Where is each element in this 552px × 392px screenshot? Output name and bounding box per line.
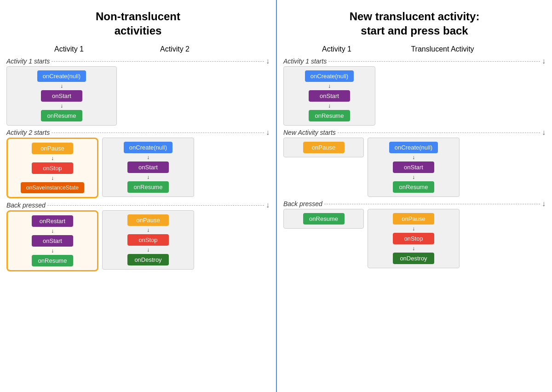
left-col2-header: Activity 2 — [129, 45, 221, 53]
right-onstop-3-2: onStop — [393, 233, 434, 244]
right-oncreate-2-2: onCreate(null) — [389, 142, 438, 153]
left-onstop-2-1: onStop — [32, 162, 73, 174]
left-panel: Non-translucentactivities Activity 1 Act… — [0, 0, 276, 392]
right-box-3-2: onPause ↓ onStop ↓ onDestroy — [368, 209, 460, 268]
right-oncreate-1: onCreate(null) — [305, 70, 354, 82]
right-onresume-1: onResume — [309, 110, 350, 121]
left-title: Non-translucentactivities — [5, 9, 271, 38]
right-onstart-1: onStart — [309, 90, 350, 102]
right-section3-label: Back pressed — [283, 200, 322, 208]
left-oncreate-2-2: onCreate(null) — [124, 142, 172, 153]
right-ondestroy-3-2: onDestroy — [393, 253, 434, 264]
left-col1-header: Activity 1 — [9, 45, 129, 53]
left-onresume-3-1: onResume — [32, 255, 73, 266]
left-onstart-2-2: onStart — [127, 161, 169, 173]
right-col2-header: Translucent Activity — [387, 45, 498, 53]
left-box-1-1: onCreate(null) ↓ onStart ↓ onResume — [6, 66, 117, 126]
right-box-2-1: onPause — [283, 138, 364, 157]
right-onresume-3-1: onResume — [303, 213, 345, 225]
right-onstart-2-2: onStart — [393, 161, 434, 173]
left-box-2-2: onCreate(null) ↓ onStart ↓ onResume — [102, 138, 194, 197]
left-onrestart-3-1: onRestart — [32, 215, 73, 227]
left-section3-label: Back pressed — [6, 202, 46, 209]
right-box-1-1: onCreate(null) ↓ onStart ↓ onResume — [283, 66, 375, 126]
left-onpause-3-2: onPause — [127, 214, 169, 226]
right-col1-header: Activity 1 — [286, 45, 387, 53]
main-container: Non-translucentactivities Activity 1 Act… — [0, 0, 552, 392]
left-section1-label: Activity 1 starts — [6, 58, 50, 65]
left-onstart-3-1: onStart — [32, 235, 73, 247]
left-onpause-2-1: onPause — [32, 143, 73, 154]
left-onresume-2-2: onResume — [127, 181, 169, 193]
right-section1-label: Activity 1 starts — [283, 58, 327, 65]
right-onpause-3-2: onPause — [393, 213, 434, 225]
right-title: New translucent activity:start and press… — [282, 9, 547, 38]
left-onstop-3-2: onStop — [127, 234, 169, 246]
left-onstart-1: onStart — [41, 90, 82, 102]
right-panel: New translucent activity:start and press… — [276, 0, 552, 392]
right-onresume-2-2: onResume — [393, 181, 434, 193]
left-oncreate-1: onCreate(null) — [37, 70, 86, 82]
right-box-3-1: onResume — [283, 209, 364, 229]
left-ondestroy-3-2: onDestroy — [127, 254, 169, 265]
right-onpause-2-1: onPause — [303, 142, 345, 153]
left-box-2-1: onPause ↓ onStop ↓ onSaveInstanceState — [6, 138, 98, 198]
right-section2-label: New Activity starts — [283, 129, 336, 136]
left-onresume-1: onResume — [41, 110, 82, 121]
left-box-3-1: onRestart ↓ onStart ↓ onResume — [6, 210, 98, 271]
right-box-2-2: onCreate(null) ↓ onStart ↓ onResume — [368, 138, 460, 197]
left-onsaveinstance-2-1: onSaveInstanceState — [21, 182, 84, 193]
left-section2-label: Activity 2 starts — [6, 129, 50, 136]
left-box-3-2: onPause ↓ onStop ↓ onDestroy — [102, 210, 194, 270]
